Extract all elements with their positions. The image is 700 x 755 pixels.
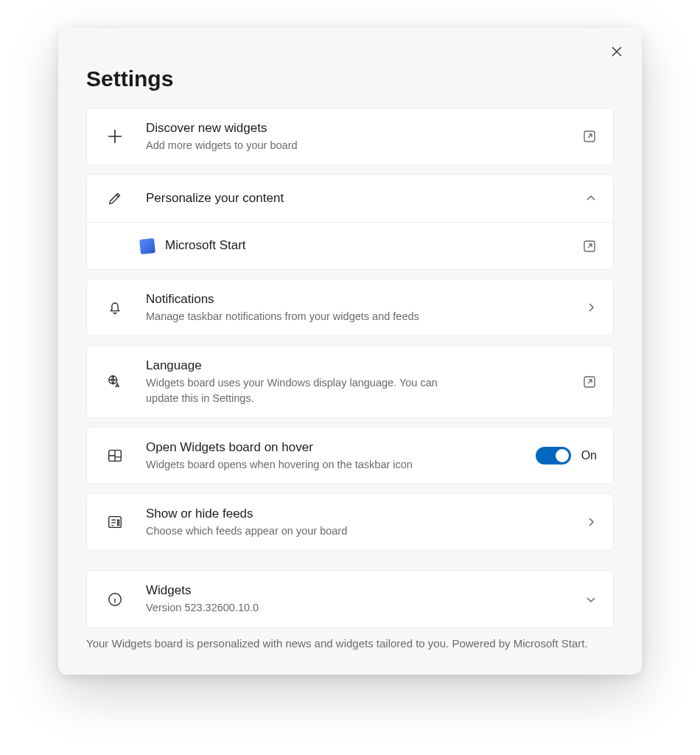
chevron-right-icon (585, 516, 597, 528)
item-subtitle: Manage taskbar notifications from your w… (146, 309, 463, 324)
item-subtitle: Widgets board uses your Windows display … (146, 375, 463, 406)
open-external-icon (582, 239, 597, 254)
item-title: Language (146, 358, 566, 375)
item-subtitle: Version 523.32600.10.0 (146, 600, 463, 615)
page-title: Settings (86, 66, 614, 91)
personalize-child-msstart[interactable]: Microsoft Start (87, 222, 613, 269)
chevron-right-icon (585, 302, 597, 313)
personalize-header-row[interactable]: Personalize your content (87, 175, 613, 222)
item-title: Widgets (146, 582, 569, 599)
close-icon (612, 46, 622, 57)
item-show-hide-feeds[interactable]: Show or hide feeds Choose which feeds ap… (86, 493, 614, 551)
pencil-icon (100, 190, 130, 206)
item-subtitle: Choose which feeds appear on your board (146, 523, 463, 538)
info-icon (100, 591, 130, 608)
chevron-down-icon (585, 594, 597, 605)
open-external-icon (582, 375, 597, 389)
item-title: Microsoft Start (165, 237, 572, 254)
item-subtitle: Widgets board opens when hovering on the… (146, 457, 463, 472)
item-title: Notifications (146, 291, 569, 308)
item-personalize-content: Personalize your content Microsoft Start (86, 174, 614, 270)
item-language[interactable]: Language Widgets board uses your Windows… (86, 345, 614, 418)
item-title: Personalize your content (146, 190, 569, 207)
microsoft-start-icon (139, 238, 155, 254)
plus-icon (100, 128, 130, 145)
item-title: Discover new widgets (146, 120, 566, 137)
item-notifications[interactable]: Notifications Manage taskbar notificatio… (86, 279, 614, 336)
settings-panel: Settings Discover new widgets Add more w… (58, 28, 642, 675)
language-icon (100, 374, 130, 390)
feeds-icon (100, 514, 130, 530)
board-icon (100, 448, 130, 464)
hover-toggle[interactable] (536, 447, 571, 465)
open-external-icon (582, 129, 597, 144)
item-subtitle: Add more widgets to your board (146, 138, 463, 153)
footer-text: Your Widgets board is personalized with … (86, 637, 614, 650)
close-button[interactable] (605, 40, 629, 63)
item-about-widgets[interactable]: Widgets Version 523.32600.10.0 (86, 570, 614, 627)
chevron-up-icon (585, 192, 597, 204)
item-title: Show or hide feeds (146, 506, 569, 523)
hover-toggle-state: On (581, 449, 597, 462)
item-open-on-hover: Open Widgets board on hover Widgets boar… (86, 427, 614, 484)
item-title: Open Widgets board on hover (146, 439, 519, 456)
bell-icon (100, 299, 130, 316)
item-discover-widgets[interactable]: Discover new widgets Add more widgets to… (86, 108, 614, 165)
window-backdrop: Settings Discover new widgets Add more w… (0, 0, 700, 755)
